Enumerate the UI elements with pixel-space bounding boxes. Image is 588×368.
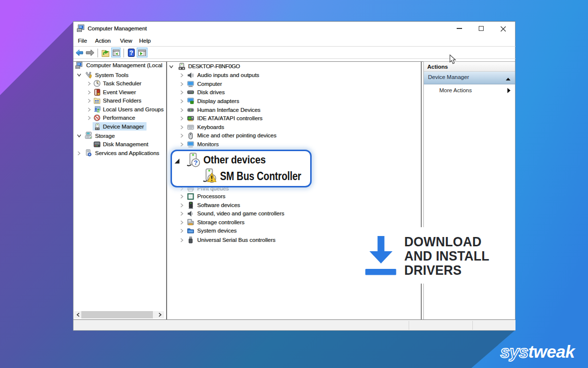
svg-text:?: ?	[194, 159, 197, 166]
svg-text:?: ?	[129, 49, 133, 56]
